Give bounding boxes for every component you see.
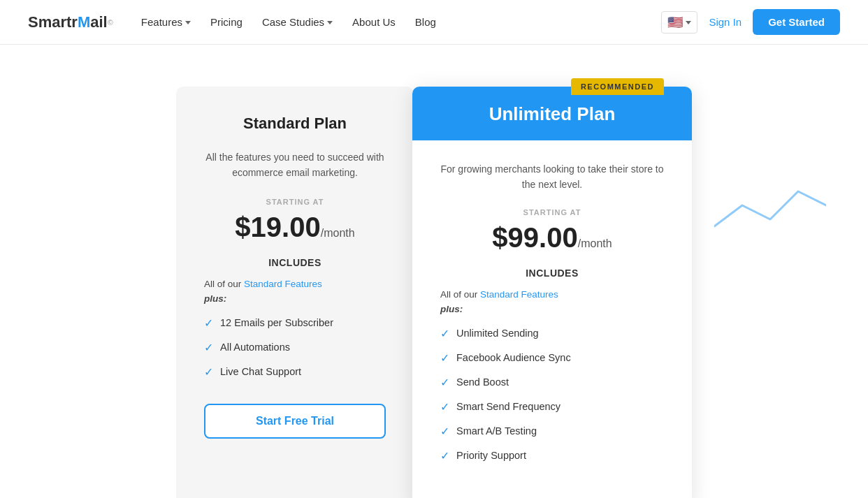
recommended-badge: RECOMMENDED <box>571 78 664 95</box>
nav-right: 🇺🇸 Sign In Get Started <box>661 9 840 35</box>
sign-in-link[interactable]: Sign In <box>709 16 742 28</box>
standard-starting-at-label: STARTING AT <box>204 198 386 206</box>
nav-about[interactable]: About Us <box>352 16 396 28</box>
check-icon: ✓ <box>440 425 449 438</box>
standard-plan-title: Standard Plan <box>204 115 386 133</box>
unlimited-price: $99.00/month <box>440 222 664 254</box>
list-item: ✓ Unlimited Sending <box>440 327 664 340</box>
unlimited-plan-body: For growing merchants looking to take th… <box>412 140 692 498</box>
get-started-button[interactable]: Get Started <box>753 9 840 35</box>
list-item: ✓ 12 Emails per Subscriber <box>204 316 386 330</box>
language-selector[interactable]: 🇺🇸 <box>661 11 697 34</box>
unlimited-starting-at-label: STARTING AT <box>440 208 664 217</box>
list-item: ✓ All Automations <box>204 341 386 354</box>
features-chevron-icon <box>185 21 191 24</box>
list-item: ✓ Live Chat Support <box>204 365 386 379</box>
list-item: ✓ Smart A/B Testing <box>440 425 664 438</box>
unlimited-plan-card: RECOMMENDED Unlimited Plan For growing m… <box>412 87 692 498</box>
logo-text-r: M <box>78 13 90 31</box>
list-item: ✓ Send Boost <box>440 376 664 389</box>
nav-pricing[interactable]: Pricing <box>210 16 243 28</box>
pricing-section: Standard Plan All the features you need … <box>0 45 868 498</box>
check-icon: ✓ <box>204 316 213 330</box>
unlimited-plan-description: For growing merchants looking to take th… <box>440 161 664 193</box>
check-icon: ✓ <box>440 400 449 413</box>
logo-tm: © <box>108 18 113 27</box>
standard-feature-list: ✓ 12 Emails per Subscriber ✓ All Automat… <box>204 316 386 379</box>
check-icon: ✓ <box>440 327 449 340</box>
list-item: ✓ Priority Support <box>440 449 664 462</box>
unlimited-plan-title: Unlimited Plan <box>433 103 671 125</box>
unlimited-features-intro: All of our Standard Features plus: <box>440 287 664 317</box>
check-icon: ✓ <box>440 449 449 462</box>
chart-icon <box>714 184 826 240</box>
check-icon: ✓ <box>440 351 449 365</box>
flag-icon: 🇺🇸 <box>667 15 683 30</box>
language-chevron-icon <box>686 21 691 24</box>
standard-plan-card: Standard Plan All the features you need … <box>176 87 414 498</box>
standard-features-intro: All of our Standard Features plus: <box>204 277 386 307</box>
unlimited-includes-label: INCLUDES <box>440 268 664 279</box>
standard-cta-button[interactable]: Start Free Trial <box>204 404 386 439</box>
nav-links: Features Pricing Case Studies About Us B… <box>141 16 662 28</box>
standard-features-link[interactable]: Standard Features <box>244 279 322 289</box>
case-studies-chevron-icon <box>327 21 333 24</box>
nav-case-studies[interactable]: Case Studies <box>262 16 333 28</box>
check-icon: ✓ <box>204 365 213 379</box>
nav-features[interactable]: Features <box>141 16 191 28</box>
nav-blog[interactable]: Blog <box>415 16 436 28</box>
standard-includes-label: INCLUDES <box>204 257 386 268</box>
logo: SmartrMail© <box>28 13 113 31</box>
list-item: ✓ Smart Send Frequency <box>440 400 664 413</box>
logo-text-smart: Smartr <box>28 13 78 31</box>
check-icon: ✓ <box>440 376 449 389</box>
unlimited-feature-list: ✓ Unlimited Sending ✓ Facebook Audience … <box>440 327 664 462</box>
decorative-chart <box>714 184 826 243</box>
navbar: SmartrMail© Features Pricing Case Studie… <box>0 0 868 45</box>
check-icon: ✓ <box>204 341 213 354</box>
list-item: ✓ Facebook Audience Sync <box>440 351 664 365</box>
standard-price: $19.00/month <box>204 212 386 243</box>
unlimited-features-link[interactable]: Standard Features <box>480 289 558 300</box>
logo-text-mail: ail <box>90 13 107 31</box>
standard-plan-description: All the features you need to succeed wit… <box>204 149 386 181</box>
